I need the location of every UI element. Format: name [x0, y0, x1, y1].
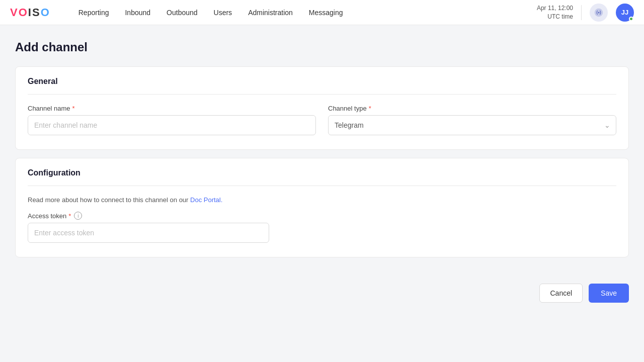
avatar[interactable]: JJ — [616, 4, 634, 22]
general-section-title: General — [16, 67, 628, 94]
info-text: Read more about how to connect to this c… — [28, 196, 616, 204]
nav-item-inbound[interactable]: Inbound — [117, 0, 158, 25]
nav-datetime: Apr 11, 12:00 UTC time — [537, 4, 573, 21]
navbar: VOISO Reporting Inbound Outbound Users A… — [0, 0, 644, 25]
channel-type-required: * — [369, 105, 371, 112]
nav-links: Reporting Inbound Outbound Users Adminis… — [70, 0, 537, 25]
footer-actions: Cancel Save — [0, 276, 644, 311]
general-form-row: Channel name * Channel type * Telegram — [28, 105, 616, 135]
nav-item-users[interactable]: Users — [206, 0, 240, 25]
channel-name-required: * — [72, 105, 75, 112]
nav-item-outbound[interactable]: Outbound — [158, 0, 206, 25]
save-button[interactable]: Save — [589, 284, 629, 303]
general-card: General Channel name * Channel type * — [15, 66, 629, 150]
logo-s: S — [32, 6, 41, 19]
nav-divider — [581, 5, 582, 20]
channel-name-group: Channel name * — [28, 105, 316, 135]
access-token-required: * — [68, 212, 71, 220]
nav-item-administration[interactable]: Administration — [240, 0, 301, 25]
page-title: Add channel — [15, 40, 629, 54]
doc-portal-link[interactable]: Doc Portal. — [190, 196, 222, 204]
configuration-section-title: Configuration — [16, 158, 628, 186]
channel-name-input[interactable] — [28, 115, 316, 135]
channel-type-select[interactable]: Telegram — [328, 115, 616, 135]
channel-name-label: Channel name * — [28, 105, 316, 112]
nav-item-reporting[interactable]: Reporting — [70, 0, 117, 25]
access-token-label: Access token * i — [28, 212, 269, 220]
logo-o2: O — [41, 6, 50, 19]
logo: VOISO — [10, 6, 50, 19]
logo-i: I — [28, 6, 32, 19]
nav-item-messaging[interactable]: Messaging — [301, 0, 351, 25]
cancel-button[interactable]: Cancel — [539, 284, 583, 303]
channel-type-label: Channel type * — [328, 105, 616, 112]
logo-o1: O — [19, 6, 28, 19]
channel-type-select-wrapper: Telegram ⌄ — [328, 115, 616, 135]
general-body: Channel name * Channel type * Telegram — [16, 95, 628, 149]
channel-type-group: Channel type * Telegram ⌄ — [328, 105, 616, 135]
phone-icon — [594, 8, 603, 17]
nav-right: Apr 11, 12:00 UTC time JJ — [537, 4, 634, 22]
configuration-body: Read more about how to connect to this c… — [16, 186, 628, 257]
configuration-card: Configuration Read more about how to con… — [15, 158, 629, 257]
page-content: Add channel General Channel name * Chann… — [0, 25, 644, 276]
avatar-online-dot — [629, 17, 633, 21]
access-token-input[interactable] — [28, 223, 269, 243]
phone-icon-button[interactable] — [590, 4, 608, 22]
logo-v: V — [10, 6, 19, 19]
info-icon[interactable]: i — [74, 212, 82, 220]
access-token-group: Access token * i — [28, 212, 269, 243]
